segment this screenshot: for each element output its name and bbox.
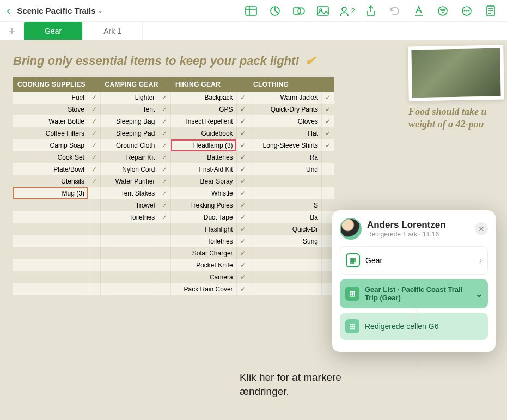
checkbox-cell[interactable] xyxy=(322,187,334,199)
table-cell[interactable]: Plate/Bowl xyxy=(13,163,88,175)
checkbox-cell[interactable]: ✓ xyxy=(158,175,171,187)
checkbox-cell[interactable]: ✓ xyxy=(158,127,171,139)
checkbox-cell[interactable] xyxy=(322,151,334,163)
checkbox-cell[interactable] xyxy=(88,283,100,295)
checkbox-cell[interactable] xyxy=(88,259,100,271)
table-cell[interactable]: Ba xyxy=(249,211,321,223)
format-icon[interactable] xyxy=(409,3,429,19)
table-cell[interactable]: Fuel xyxy=(13,92,88,104)
table-cell[interactable]: GPS xyxy=(171,104,236,115)
table-cell[interactable]: Coffee Filters xyxy=(13,127,88,139)
table-cell[interactable]: Quick-Dry Pants xyxy=(249,104,321,115)
table-cell[interactable]: Camera xyxy=(171,271,236,283)
table-cell[interactable] xyxy=(13,247,88,259)
checkbox-cell[interactable] xyxy=(158,235,171,247)
table-cell[interactable]: Tent Stakes xyxy=(100,187,158,199)
checkbox-cell[interactable]: ✓ xyxy=(236,259,249,271)
table-cell[interactable]: Utensils xyxy=(13,175,88,187)
checkbox-cell[interactable]: ✓ xyxy=(236,104,249,115)
checkbox-cell[interactable]: ✓ xyxy=(236,92,249,104)
checkbox-cell[interactable] xyxy=(88,199,100,211)
back-button[interactable]: ‹ xyxy=(7,4,10,18)
table-cell[interactable]: Sleeping Bag xyxy=(100,115,158,127)
table-cell[interactable]: Solar Charger xyxy=(171,247,236,259)
checkbox-cell[interactable]: ✓ xyxy=(236,235,249,247)
table-cell[interactable]: Mug (3) xyxy=(13,187,88,199)
table-cell[interactable] xyxy=(13,283,88,295)
table-cell[interactable]: Insect Repellent xyxy=(171,115,236,127)
table-row[interactable]: Toiletries✓Duct Tape✓Ba xyxy=(13,211,334,223)
checkbox-cell[interactable] xyxy=(88,235,100,247)
table-row[interactable]: Mug (3)Tent Stakes✓Whistle✓ xyxy=(13,187,334,199)
table-cell[interactable]: S xyxy=(249,199,321,211)
checkbox-cell[interactable]: ✓ xyxy=(158,211,171,223)
checkbox-cell[interactable]: ✓ xyxy=(236,271,249,283)
table-cell[interactable]: Pocket Knife xyxy=(171,259,236,271)
document-icon[interactable] xyxy=(481,3,500,19)
table-cell[interactable]: Hat xyxy=(249,127,321,139)
table-cell[interactable]: Bear Spray xyxy=(171,175,236,187)
checkbox-cell[interactable]: ✓ xyxy=(236,115,249,127)
table-row[interactable]: Coffee Filters✓Sleeping Pad✓Guidebook✓Ha… xyxy=(13,127,334,139)
checkbox-cell[interactable]: ✓ xyxy=(158,104,171,115)
checkbox-cell[interactable]: ✓ xyxy=(88,151,100,163)
table-cell[interactable] xyxy=(100,223,158,235)
tab-ark1[interactable]: Ark 1 xyxy=(83,22,143,40)
checkbox-cell[interactable]: ✓ xyxy=(158,199,171,211)
table-cell[interactable]: Gloves xyxy=(249,115,321,127)
checkbox-cell[interactable]: ✓ xyxy=(88,127,100,139)
checkbox-cell[interactable] xyxy=(322,199,334,211)
table-cell[interactable] xyxy=(249,247,321,259)
table-cell[interactable] xyxy=(13,211,88,223)
checkbox-cell[interactable]: ✓ xyxy=(88,115,100,127)
checkbox-cell[interactable] xyxy=(88,211,100,223)
table-row[interactable]: Toiletries✓Sung xyxy=(13,235,334,247)
checkbox-cell[interactable] xyxy=(158,259,171,271)
checkbox-cell[interactable]: ✓ xyxy=(158,115,171,127)
table-cell[interactable]: Flashlight xyxy=(171,223,236,235)
table-cell[interactable]: Trekking Poles xyxy=(171,199,236,211)
checkbox-cell[interactable]: ✓ xyxy=(236,223,249,235)
checkbox-cell[interactable]: ✓ xyxy=(322,127,334,139)
table-cell[interactable]: Pack Rain Cover xyxy=(171,283,236,295)
checkbox-cell[interactable]: ✓ xyxy=(236,187,249,199)
checkbox-cell[interactable]: ✓ xyxy=(236,151,249,163)
table-cell[interactable]: Guidebook xyxy=(171,127,236,139)
more-icon[interactable] xyxy=(457,3,477,19)
table-cell[interactable]: Quick-Dr xyxy=(249,223,321,235)
checkbox-cell[interactable] xyxy=(88,247,100,259)
tab-gear[interactable]: Gear xyxy=(24,22,83,40)
table-cell[interactable]: Water Purifier xyxy=(100,175,158,187)
table-icon[interactable] xyxy=(241,3,261,19)
table-cell[interactable] xyxy=(100,271,158,283)
table-row[interactable]: Utensils✓Water Purifier✓Bear Spray✓ xyxy=(13,175,334,187)
canvas[interactable]: Bring only essential items to keep your … xyxy=(0,40,507,420)
checkbox-cell[interactable]: ✓ xyxy=(158,92,171,104)
table-row[interactable]: Pocket Knife✓ xyxy=(13,259,334,271)
table-row[interactable]: Pack Rain Cover✓ xyxy=(13,283,334,295)
table-row[interactable]: Flashlight✓Quick-Dr xyxy=(13,223,334,235)
checkbox-cell[interactable] xyxy=(322,163,334,175)
table-cell[interactable]: Warm Jacket xyxy=(249,92,321,104)
checkbox-cell[interactable]: ✓ xyxy=(88,175,100,187)
media-icon[interactable] xyxy=(313,3,333,19)
table-cell[interactable] xyxy=(249,175,321,187)
table-row[interactable]: Trowel✓Trekking Poles✓S xyxy=(13,199,334,211)
table-row[interactable]: Camp Soap✓Ground Cloth✓Headlamp (3)✓Long… xyxy=(13,139,334,151)
table-cell[interactable]: Toiletries xyxy=(171,235,236,247)
table-row[interactable]: Stove✓Tent✓GPS✓Quick-Dry Pants✓ xyxy=(13,104,334,115)
table-cell[interactable] xyxy=(13,235,88,247)
collaborate-icon[interactable]: 2 xyxy=(337,3,357,19)
checkbox-cell[interactable] xyxy=(158,223,171,235)
checkbox-cell[interactable]: ✓ xyxy=(158,163,171,175)
table-cell[interactable]: Stove xyxy=(13,104,88,115)
checkbox-cell[interactable] xyxy=(158,271,171,283)
table-cell[interactable] xyxy=(13,271,88,283)
table-cell[interactable] xyxy=(100,247,158,259)
table-cell[interactable] xyxy=(249,187,321,199)
table-cell[interactable]: Und xyxy=(249,163,321,175)
table-cell[interactable]: Ra xyxy=(249,151,321,163)
checkbox-cell[interactable]: ✓ xyxy=(322,139,334,151)
table-cell[interactable]: Whistle xyxy=(171,187,236,199)
document-title[interactable]: Scenic Pacific Trails ⌄ xyxy=(17,6,102,15)
